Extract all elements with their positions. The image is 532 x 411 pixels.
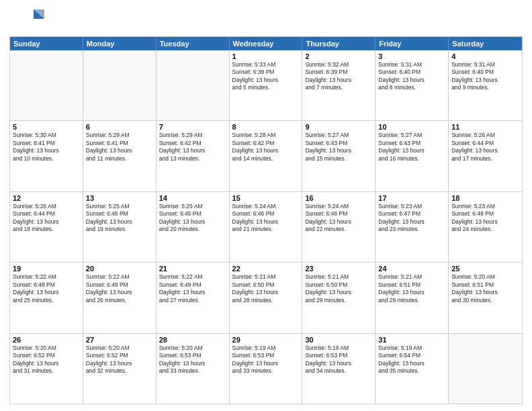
cell-info: Sunrise: 5:24 AM Sunset: 6:46 PM Dayligh… xyxy=(305,203,372,234)
weekday-header: Wednesday xyxy=(230,37,303,50)
calendar-cell: 10Sunrise: 5:27 AM Sunset: 6:43 PM Dayli… xyxy=(375,121,449,191)
weekday-header: Friday xyxy=(375,37,449,50)
day-number: 23 xyxy=(305,265,372,273)
weekday-header: Monday xyxy=(83,37,157,50)
cell-info: Sunrise: 5:31 AM Sunset: 6:40 PM Dayligh… xyxy=(378,61,445,92)
calendar: SundayMondayTuesdayWednesdayThursdayFrid… xyxy=(9,36,523,404)
cell-info: Sunrise: 5:32 AM Sunset: 6:39 PM Dayligh… xyxy=(305,61,372,92)
calendar-cell: 28Sunrise: 5:20 AM Sunset: 6:53 PM Dayli… xyxy=(157,334,230,404)
calendar-header: SundayMondayTuesdayWednesdayThursdayFrid… xyxy=(10,37,522,50)
logo xyxy=(9,7,44,32)
weekday-header: Sunday xyxy=(10,37,83,50)
cell-info: Sunrise: 5:30 AM Sunset: 6:41 PM Dayligh… xyxy=(13,132,80,163)
day-number: 21 xyxy=(159,265,226,273)
calendar-cell: 31Sunrise: 5:19 AM Sunset: 6:54 PM Dayli… xyxy=(375,334,449,404)
cell-info: Sunrise: 5:23 AM Sunset: 6:48 PM Dayligh… xyxy=(451,203,519,234)
day-number: 4 xyxy=(451,52,519,60)
day-number: 5 xyxy=(13,123,80,131)
calendar-cell: 22Sunrise: 5:21 AM Sunset: 6:50 PM Dayli… xyxy=(230,263,303,332)
day-number: 26 xyxy=(13,336,80,344)
cell-info: Sunrise: 5:27 AM Sunset: 6:43 PM Dayligh… xyxy=(305,132,372,163)
day-number: 27 xyxy=(86,336,153,344)
calendar-cell: 12Sunrise: 5:26 AM Sunset: 6:44 PM Dayli… xyxy=(10,192,83,262)
calendar-cell: 2Sunrise: 5:32 AM Sunset: 6:39 PM Daylig… xyxy=(302,50,375,120)
day-number: 30 xyxy=(305,336,372,344)
day-number: 28 xyxy=(159,336,226,344)
day-number: 22 xyxy=(232,265,300,273)
calendar-cell: 21Sunrise: 5:22 AM Sunset: 6:49 PM Dayli… xyxy=(157,263,230,332)
day-number: 19 xyxy=(13,265,80,273)
day-number: 9 xyxy=(305,123,372,131)
day-number: 31 xyxy=(378,336,445,344)
calendar-cell: 8Sunrise: 5:28 AM Sunset: 6:42 PM Daylig… xyxy=(230,121,303,191)
day-number: 13 xyxy=(86,194,153,202)
cell-info: Sunrise: 5:19 AM Sunset: 6:54 PM Dayligh… xyxy=(378,345,445,375)
header xyxy=(9,7,523,32)
day-number: 17 xyxy=(378,194,445,202)
day-number: 15 xyxy=(232,194,300,202)
day-number: 14 xyxy=(159,194,226,202)
calendar-cell: 18Sunrise: 5:23 AM Sunset: 6:48 PM Dayli… xyxy=(449,192,522,262)
calendar-cell: 1Sunrise: 5:33 AM Sunset: 6:39 PM Daylig… xyxy=(230,50,303,120)
cell-info: Sunrise: 5:21 AM Sunset: 6:50 PM Dayligh… xyxy=(305,273,372,304)
day-number: 20 xyxy=(86,265,153,273)
calendar-cell: 19Sunrise: 5:22 AM Sunset: 6:48 PM Dayli… xyxy=(10,263,83,332)
page: SundayMondayTuesdayWednesdayThursdayFrid… xyxy=(0,0,532,411)
calendar-cell: 13Sunrise: 5:25 AM Sunset: 6:45 PM Dayli… xyxy=(83,192,157,262)
cell-info: Sunrise: 5:20 AM Sunset: 6:52 PM Dayligh… xyxy=(13,345,80,375)
calendar-row: 1Sunrise: 5:33 AM Sunset: 6:39 PM Daylig… xyxy=(10,50,522,121)
cell-info: Sunrise: 5:22 AM Sunset: 6:48 PM Dayligh… xyxy=(13,273,80,304)
day-number: 18 xyxy=(451,194,519,202)
day-number: 24 xyxy=(378,265,445,273)
day-number: 2 xyxy=(305,52,372,60)
calendar-cell: 11Sunrise: 5:26 AM Sunset: 6:44 PM Dayli… xyxy=(449,121,522,191)
calendar-row: 5Sunrise: 5:30 AM Sunset: 6:41 PM Daylig… xyxy=(10,121,522,191)
calendar-cell: 24Sunrise: 5:21 AM Sunset: 6:51 PM Dayli… xyxy=(375,263,449,332)
calendar-cell: 5Sunrise: 5:30 AM Sunset: 6:41 PM Daylig… xyxy=(10,121,83,191)
cell-info: Sunrise: 5:22 AM Sunset: 6:49 PM Dayligh… xyxy=(159,273,226,304)
day-number: 29 xyxy=(232,336,300,344)
calendar-cell: 16Sunrise: 5:24 AM Sunset: 6:46 PM Dayli… xyxy=(302,192,375,262)
cell-info: Sunrise: 5:26 AM Sunset: 6:44 PM Dayligh… xyxy=(451,132,519,163)
cell-info: Sunrise: 5:19 AM Sunset: 6:53 PM Dayligh… xyxy=(305,345,372,375)
cell-info: Sunrise: 5:22 AM Sunset: 6:49 PM Dayligh… xyxy=(86,273,153,304)
cell-info: Sunrise: 5:19 AM Sunset: 6:53 PM Dayligh… xyxy=(232,345,300,375)
calendar-cell xyxy=(157,50,230,120)
day-number: 11 xyxy=(451,123,519,131)
day-number: 6 xyxy=(86,123,153,131)
calendar-body: 1Sunrise: 5:33 AM Sunset: 6:39 PM Daylig… xyxy=(10,50,522,404)
calendar-cell: 25Sunrise: 5:20 AM Sunset: 6:51 PM Dayli… xyxy=(449,263,522,332)
cell-info: Sunrise: 5:24 AM Sunset: 6:46 PM Dayligh… xyxy=(232,203,300,234)
day-number: 25 xyxy=(451,265,519,273)
weekday-header: Thursday xyxy=(302,37,375,50)
calendar-cell: 26Sunrise: 5:20 AM Sunset: 6:52 PM Dayli… xyxy=(10,334,83,404)
cell-info: Sunrise: 5:21 AM Sunset: 6:50 PM Dayligh… xyxy=(232,273,300,304)
calendar-cell: 17Sunrise: 5:23 AM Sunset: 6:47 PM Dayli… xyxy=(375,192,449,262)
calendar-cell: 6Sunrise: 5:29 AM Sunset: 6:41 PM Daylig… xyxy=(83,121,157,191)
weekday-header: Tuesday xyxy=(157,37,230,50)
cell-info: Sunrise: 5:29 AM Sunset: 6:42 PM Dayligh… xyxy=(159,132,226,163)
calendar-cell: 29Sunrise: 5:19 AM Sunset: 6:53 PM Dayli… xyxy=(230,334,303,404)
day-number: 1 xyxy=(232,52,300,60)
calendar-cell: 14Sunrise: 5:25 AM Sunset: 6:45 PM Dayli… xyxy=(157,192,230,262)
calendar-row: 12Sunrise: 5:26 AM Sunset: 6:44 PM Dayli… xyxy=(10,192,522,263)
calendar-cell: 23Sunrise: 5:21 AM Sunset: 6:50 PM Dayli… xyxy=(302,263,375,332)
cell-info: Sunrise: 5:20 AM Sunset: 6:52 PM Dayligh… xyxy=(86,345,153,375)
day-number: 7 xyxy=(159,123,226,131)
day-number: 10 xyxy=(378,123,445,131)
cell-info: Sunrise: 5:25 AM Sunset: 6:45 PM Dayligh… xyxy=(159,203,226,234)
cell-info: Sunrise: 5:25 AM Sunset: 6:45 PM Dayligh… xyxy=(86,203,153,234)
calendar-cell: 9Sunrise: 5:27 AM Sunset: 6:43 PM Daylig… xyxy=(302,121,375,191)
calendar-cell: 15Sunrise: 5:24 AM Sunset: 6:46 PM Dayli… xyxy=(230,192,303,262)
calendar-cell: 27Sunrise: 5:20 AM Sunset: 6:52 PM Dayli… xyxy=(83,334,157,404)
cell-info: Sunrise: 5:28 AM Sunset: 6:42 PM Dayligh… xyxy=(232,132,300,163)
cell-info: Sunrise: 5:26 AM Sunset: 6:44 PM Dayligh… xyxy=(13,203,80,234)
calendar-row: 19Sunrise: 5:22 AM Sunset: 6:48 PM Dayli… xyxy=(10,263,522,333)
cell-info: Sunrise: 5:27 AM Sunset: 6:43 PM Dayligh… xyxy=(378,132,445,163)
cell-info: Sunrise: 5:23 AM Sunset: 6:47 PM Dayligh… xyxy=(378,203,445,234)
calendar-cell: 7Sunrise: 5:29 AM Sunset: 6:42 PM Daylig… xyxy=(157,121,230,191)
weekday-header: Saturday xyxy=(449,37,522,50)
cell-info: Sunrise: 5:33 AM Sunset: 6:39 PM Dayligh… xyxy=(232,61,300,92)
day-number: 12 xyxy=(13,194,80,202)
calendar-row: 26Sunrise: 5:20 AM Sunset: 6:52 PM Dayli… xyxy=(10,334,522,404)
